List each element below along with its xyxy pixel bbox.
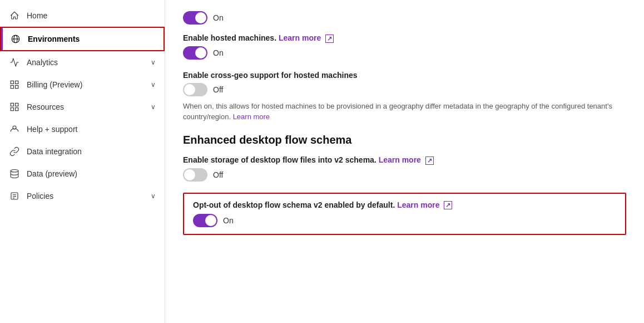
opt-out-ext-icon: ↗ (444, 201, 452, 209)
opt-out-toggle[interactable] (193, 214, 217, 227)
svg-rect-7 (11, 103, 13, 106)
cross-geo-description: When on, this allows for hosted machines… (183, 101, 626, 123)
sidebar-item-label-data-preview: Data (preview) (27, 169, 156, 178)
cross-geo-label: Enable cross-geo support for hosted mach… (183, 71, 626, 80)
hosted-machines-toggle-label: On (213, 48, 224, 57)
analytics-icon (9, 57, 20, 68)
sidebar-item-analytics[interactable]: Analytics ∨ (0, 51, 165, 74)
sidebar-item-resources[interactable]: Resources ∨ (0, 96, 165, 118)
resources-icon (9, 101, 20, 112)
desktop-flow-storage-toggle[interactable] (183, 168, 207, 182)
main-content: On Enable hosted machines. Learn more ↗ … (165, 0, 644, 323)
svg-rect-6 (11, 86, 13, 89)
chevron-analytics: ∨ (151, 58, 156, 66)
desktop-flow-storage-row: Enable storage of desktop flow files int… (183, 155, 626, 182)
data-preview-icon (9, 168, 20, 179)
opt-out-highlight-box: Opt-out of desktop flow schema v2 enable… (183, 193, 626, 236)
hosted-machines-row: Enable hosted machines. Learn more ↗ On (183, 33, 626, 60)
cross-geo-toggle-label: Off (213, 85, 223, 94)
chevron-billing: ∨ (151, 81, 156, 89)
cross-geo-toggle[interactable] (183, 83, 207, 96)
sidebar-item-policies[interactable]: Policies ∨ (0, 185, 165, 207)
enhanced-schema-title: Enhanced desktop flow schema (183, 134, 626, 146)
sidebar-item-label-home: Home (27, 11, 156, 20)
desktop-flow-storage-toggle-label: Off (213, 170, 223, 179)
home-icon (9, 10, 20, 21)
sidebar-item-label-billing: Billing (Preview) (27, 80, 144, 89)
opt-out-toggle-label: On (223, 216, 234, 225)
cross-geo-row: Enable cross-geo support for hosted mach… (183, 71, 626, 123)
desktop-flow-storage-ext-icon: ↗ (425, 156, 434, 165)
top-toggle[interactable] (183, 11, 207, 25)
top-toggle-thumb (195, 12, 206, 23)
sidebar-item-billing[interactable]: Billing (Preview) ∨ (0, 74, 165, 96)
sidebar-item-label-policies: Policies (27, 192, 144, 200)
chevron-resources: ∨ (151, 103, 156, 111)
help-icon (9, 124, 20, 135)
sidebar-item-data-integration[interactable]: Data integration (0, 140, 165, 163)
sidebar-item-label-data-integration: Data integration (27, 147, 156, 156)
svg-rect-5 (16, 86, 18, 89)
environments-icon (10, 33, 21, 45)
sidebar-item-data-preview[interactable]: Data (preview) (0, 163, 165, 185)
sidebar-item-label-resources: Resources (27, 102, 144, 111)
opt-out-toggle-thumb (205, 215, 216, 226)
sidebar-item-help[interactable]: Help + support (0, 118, 165, 140)
billing-icon (9, 79, 20, 90)
svg-rect-10 (11, 108, 13, 111)
cross-geo-learn-more[interactable]: Learn more (233, 112, 270, 121)
desktop-flow-storage-toggle-thumb (184, 169, 195, 180)
hosted-machines-learn-more[interactable]: Learn more (279, 33, 321, 42)
sidebar-item-label-help: Help + support (27, 125, 156, 134)
svg-rect-9 (16, 108, 18, 111)
sidebar: Home Environments Analytics ∨ Billing (P… (0, 0, 165, 323)
hosted-machines-ext-icon: ↗ (325, 35, 334, 43)
svg-rect-3 (11, 81, 13, 84)
top-setting-row: On (183, 11, 626, 25)
top-toggle-label: On (213, 13, 224, 22)
sidebar-item-environments[interactable]: Environments (0, 27, 165, 51)
opt-out-label: Opt-out of desktop flow schema v2 enable… (193, 200, 616, 210)
sidebar-item-label-analytics: Analytics (27, 58, 144, 67)
chevron-policies: ∨ (151, 192, 156, 200)
desktop-flow-storage-learn-more[interactable]: Learn more (379, 155, 421, 164)
sidebar-item-home[interactable]: Home (0, 4, 165, 27)
svg-rect-4 (16, 81, 18, 84)
cross-geo-toggle-thumb (184, 84, 195, 95)
desktop-flow-storage-label: Enable storage of desktop flow files int… (183, 155, 626, 165)
policies-icon (9, 190, 20, 202)
hosted-machines-toggle-thumb (195, 47, 206, 58)
opt-out-learn-more[interactable]: Learn more (397, 200, 439, 209)
hosted-machines-label: Enable hosted machines. Learn more ↗ (183, 33, 626, 43)
hosted-machines-toggle[interactable] (183, 46, 207, 60)
svg-point-12 (11, 170, 18, 173)
data-integration-icon (9, 146, 20, 157)
svg-rect-8 (16, 103, 18, 106)
sidebar-item-label-environments: Environments (28, 35, 155, 43)
